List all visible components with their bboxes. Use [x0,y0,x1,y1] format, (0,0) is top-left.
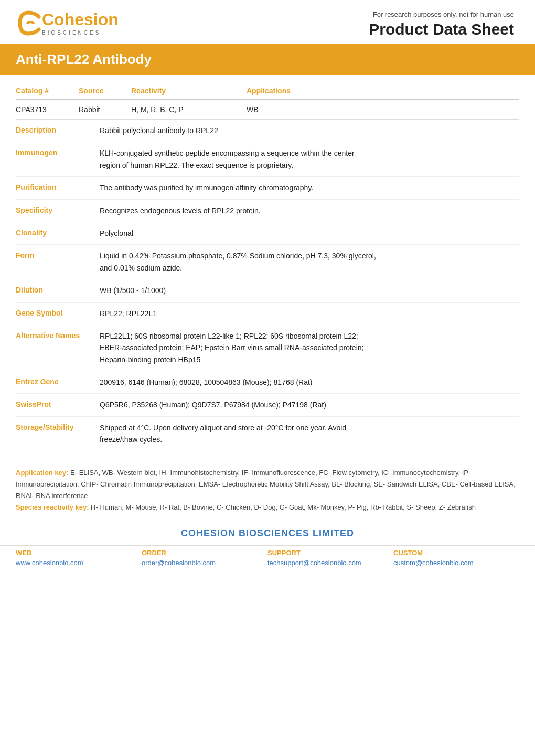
for-research-text: For research purposes only, not for huma… [369,10,514,18]
info-row: ClonalityPolyclonal [16,222,519,245]
page-header: Cohesion BIOSCIENCES For research purpos… [0,0,535,44]
info-row: PurificationThe antibody was purified by… [16,177,519,199]
product-title-bar: Anti-RPL22 Antibody [0,44,535,75]
app-key-value: E- ELISA, WB- Western blot, IH- Immunohi… [16,469,516,500]
info-value-4: Polyclonal [100,228,519,239]
info-section: DescriptionRabbit polyclonal antibody to… [16,120,519,451]
cell-source: Rabbit [79,105,131,114]
species-key-value: H- Human, M- Mouse, R- Rat, B- Bovine, C… [91,503,476,511]
info-label-4: Clonality [16,228,100,239]
cell-applications: WB [247,105,519,114]
info-row: SpecificityRecognizes endogenous levels … [16,200,519,222]
col-catalog: Catalog # [16,87,79,95]
col-applications: Applications [247,87,519,95]
footer-col-header-2: SUPPORT [268,549,393,557]
footer-col-value-1: order@cohesionbio.com [142,559,268,567]
footer-col-1: ORDERorder@cohesionbio.com [142,549,268,567]
info-label-6: Dilution [16,285,100,296]
info-label-0: Description [16,125,100,136]
info-label-1: Immunogen [16,147,100,171]
cell-reactivity: H, M, R, B, C, P [131,105,247,114]
footer-col-value-3: custom@cohesionbio.com [393,559,519,567]
info-label-10: SwissProt [16,399,100,411]
info-label-3: Specificity [16,205,100,217]
footer-col-header-1: ORDER [142,549,268,557]
product-data-sheet-title: Product Data Sheet [369,20,514,38]
footer-col-value-2: techsupport@cohesionbio.com [268,559,393,567]
footer-col-header-0: WEB [16,549,142,557]
info-value-3: Recognizes endogenous levels of RPL22 pr… [100,205,519,217]
info-row: FormLiquid in 0.42% Potassium phosphate,… [16,245,519,279]
logo-area: Cohesion BIOSCIENCES [16,10,119,36]
species-key-line: Species reactivity key: H- Human, M- Mou… [16,502,519,513]
info-value-1: KLH-conjugated synthetic peptide encompa… [100,147,519,171]
info-value-2: The antibody was purified by immunogen a… [100,182,519,193]
info-value-5: Liquid in 0.42% Potassium phosphate, 0.8… [100,250,519,274]
info-value-10: Q6P5R6, P35268 (Human); Q9D7S7, P67984 (… [100,399,519,411]
info-label-11: Storage/Stability [16,422,100,446]
footer-links: WEBwww.cohesionbio.comORDERorder@cohesio… [0,545,535,577]
info-value-8: RPL22L1; 60S ribosomal protein L22-like … [100,330,519,365]
info-row: Entrez Gene200916, 6146 (Human); 68028, … [16,371,519,394]
info-label-2: Purification [16,182,100,193]
logo-biosciences: BIOSCIENCES [42,30,119,36]
app-key-line: Application key: E- ELISA, WB- Western b… [16,467,519,502]
info-row: Alternative NamesRPL22L1; 60S ribosomal … [16,325,519,371]
info-row: SwissProtQ6P5R6, P35268 (Human); Q9D7S7,… [16,394,519,416]
col-reactivity: Reactivity [131,87,247,95]
footer-col-3: CUSTOMcustom@cohesionbio.com [393,549,519,567]
main-content: Catalog # Source Reactivity Applications… [0,80,535,451]
company-name: COHESION BIOSCIENCES LIMITED [0,519,535,545]
info-row: ImmunogenKLH-conjugated synthetic peptid… [16,142,519,177]
info-label-5: Form [16,250,100,274]
header-right: For research purposes only, not for huma… [369,10,514,38]
footer-col-header-3: CUSTOM [393,549,519,557]
info-label-8: Alternative Names [16,330,100,365]
footer-keys: Application key: E- ELISA, WB- Western b… [0,451,535,519]
footer-col-value-0: www.cohesionbio.com [16,559,142,567]
logo-name: Cohesion [42,10,119,29]
cell-catalog: CPA3713 [16,105,79,114]
company-logo: Cohesion BIOSCIENCES [16,10,119,36]
info-value-9: 200916, 6146 (Human); 68028, 100504863 (… [100,376,519,388]
species-key-label: Species reactivity key: [16,503,89,511]
info-value-0: Rabbit polyclonal antibody to RPL22 [100,125,519,136]
info-label-9: Entrez Gene [16,376,100,388]
col-source: Source [79,87,131,95]
info-row: Storage/StabilityShipped at 4°C. Upon de… [16,417,519,451]
table-header: Catalog # Source Reactivity Applications [16,80,519,100]
table-row: CPA3713 Rabbit H, M, R, B, C, P WB [16,100,519,120]
logo-c-icon [16,10,41,36]
info-value-7: RPL22; RPL22L1 [100,308,519,319]
product-title: Anti-RPL22 Antibody [16,51,519,68]
footer-col-0: WEBwww.cohesionbio.com [16,549,142,567]
info-row: DescriptionRabbit polyclonal antibody to… [16,120,519,142]
app-key-label: Application key: [16,469,68,477]
info-value-6: WB (1/500 - 1/1000) [100,285,519,296]
info-row: Gene SymbolRPL22; RPL22L1 [16,303,519,325]
footer-col-2: SUPPORTtechsupport@cohesionbio.com [268,549,393,567]
info-row: DilutionWB (1/500 - 1/1000) [16,279,519,302]
info-value-11: Shipped at 4°C. Upon delivery aliquot an… [100,422,519,446]
info-label-7: Gene Symbol [16,308,100,319]
